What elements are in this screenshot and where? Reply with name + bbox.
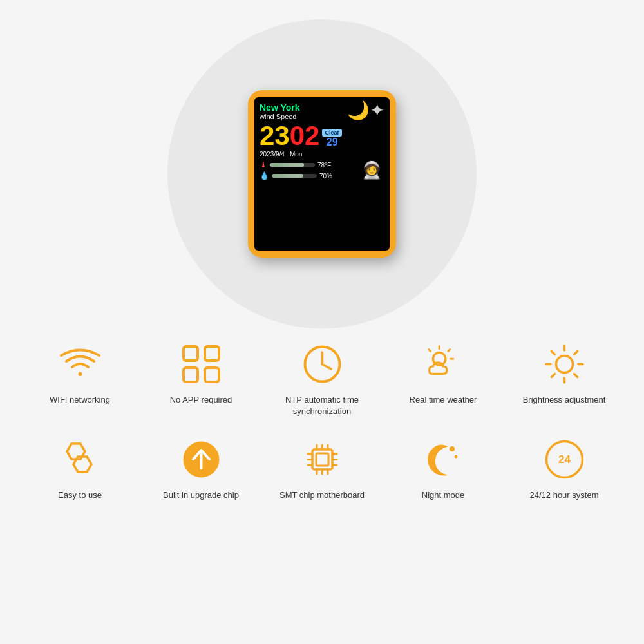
grid-icon — [180, 343, 222, 385]
feature-smt: SMT chip motherboard — [267, 437, 377, 501]
feature-hour: 24 24/12 hour system — [509, 437, 619, 501]
chip-icon — [301, 439, 343, 480]
wifi-icon — [59, 346, 101, 382]
svg-line-21 — [551, 374, 554, 377]
wifi-icon-container — [57, 341, 102, 386]
svg-line-20 — [574, 351, 577, 354]
svg-rect-1 — [184, 346, 198, 361]
city-name: New York — [260, 102, 300, 113]
svg-rect-4 — [205, 368, 219, 382]
night-icon-container — [421, 437, 466, 482]
features-row-2: Easy to use Built in upgrade chip — [19, 437, 625, 501]
feature-wifi: WIFI networking — [25, 341, 135, 406]
svg-line-10 — [448, 350, 450, 352]
features-section: WIFI networking No APP required — [0, 335, 644, 521]
svg-point-13 — [556, 355, 573, 372]
smt-icon-container — [299, 437, 345, 482]
device-screen: New York wind Speed 🌙✦ 23 02 Clear 29 20… — [254, 97, 390, 251]
feature-night: Night mode — [388, 437, 498, 501]
svg-rect-3 — [184, 368, 198, 382]
feature-upgrade: Built in upgrade chip — [146, 437, 256, 501]
temp-bar — [270, 163, 315, 167]
clock-icon — [301, 343, 343, 385]
svg-point-38 — [450, 446, 455, 451]
moon-star-icon: 🌙✦ — [347, 100, 384, 121]
circle-background: New York wind Speed 🌙✦ 23 02 Clear 29 20… — [167, 19, 477, 328]
humidity-icon: 💧 — [260, 171, 269, 180]
weather-icon-container — [421, 341, 466, 386]
svg-text:24: 24 — [558, 453, 571, 466]
smt-label: SMT chip motherboard — [279, 489, 365, 501]
thermometer-icon: 🌡 — [260, 160, 267, 169]
night-label: Night mode — [422, 489, 464, 501]
brightness-label: Brightness adjustment — [523, 394, 606, 406]
temperature-display: 29 — [327, 137, 338, 148]
ntp-label: NTP automatic time synchronization — [267, 394, 377, 417]
sun-cloud-icon — [421, 345, 466, 383]
feature-no-app: No APP required — [146, 341, 256, 406]
temp-value: 78°F — [317, 162, 331, 169]
hexagon-icon — [57, 439, 102, 480]
feature-brightness: Brightness adjustment — [509, 341, 619, 406]
upload-chip-icon — [180, 439, 222, 480]
easy-icon-container — [57, 437, 102, 482]
svg-line-18 — [551, 351, 554, 354]
no-app-icon-container — [178, 341, 223, 386]
date-display: 2023/9/4 — [260, 151, 285, 158]
humidity-value: 70% — [319, 173, 332, 180]
svg-line-11 — [429, 350, 431, 352]
day-display: Mon — [290, 151, 302, 158]
feature-weather: Real time weather — [388, 341, 498, 406]
moon-icon — [422, 439, 464, 480]
device-unit: New York wind Speed 🌙✦ 23 02 Clear 29 20… — [248, 90, 396, 258]
ntp-icon-container — [299, 341, 345, 386]
wind-label: wind Speed — [260, 113, 300, 120]
astronaut-icon: 🧑‍🚀 — [361, 160, 382, 180]
brightness-icon-container — [542, 341, 587, 386]
svg-rect-25 — [316, 453, 328, 466]
svg-point-39 — [454, 455, 457, 458]
svg-line-19 — [574, 374, 577, 377]
time-part2: 02 — [290, 122, 320, 149]
no-app-label: No APP required — [170, 394, 232, 406]
svg-line-7 — [322, 364, 331, 369]
humidity-bar — [272, 174, 317, 178]
sun-icon — [544, 343, 585, 385]
hour-icon-container: 24 — [542, 437, 587, 482]
upgrade-label: Built in upgrade chip — [163, 489, 239, 501]
hero-section: New York wind Speed 🌙✦ 23 02 Clear 29 20… — [0, 0, 644, 335]
hour-label: 24/12 hour system — [530, 489, 599, 501]
feature-easy: Easy to use — [25, 437, 135, 501]
easy-label: Easy to use — [58, 489, 102, 501]
svg-rect-2 — [205, 346, 219, 361]
weather-condition: Clear — [322, 129, 342, 137]
feature-ntp: NTP automatic time synchronization — [267, 341, 377, 417]
upgrade-icon-container — [178, 437, 223, 482]
wifi-label: WIFI networking — [50, 394, 110, 406]
features-row-1: WIFI networking No APP required — [19, 341, 625, 417]
clock24-icon: 24 — [544, 439, 585, 480]
weather-label: Real time weather — [410, 394, 477, 406]
time-part1: 23 — [260, 122, 290, 149]
svg-point-0 — [78, 372, 82, 376]
